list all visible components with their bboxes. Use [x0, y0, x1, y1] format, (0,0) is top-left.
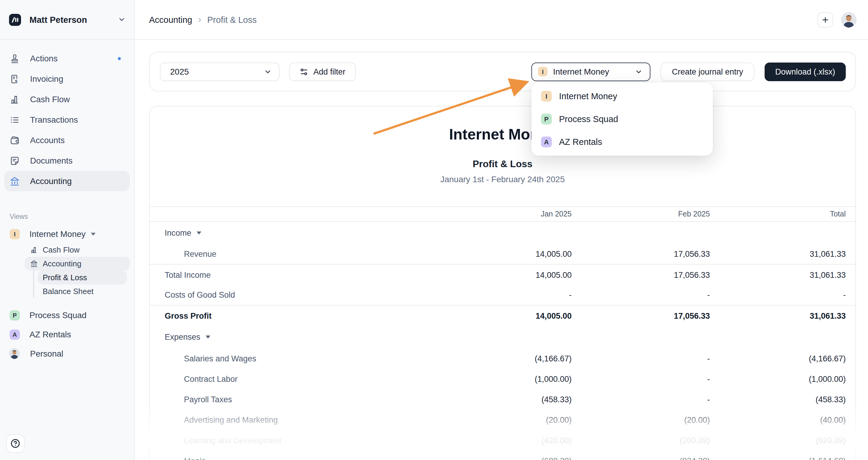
sidebar-item-transactions[interactable]: Transactions — [4, 110, 130, 130]
sidebar-item-documents[interactable]: Documents — [4, 150, 130, 171]
year-select[interactable]: 2025 — [160, 62, 280, 81]
cell-jan: (458.33) — [443, 395, 572, 404]
view-personal[interactable]: Personal — [4, 344, 130, 363]
help-button[interactable] — [6, 434, 25, 453]
report-row-expenses[interactable]: Expenses — [150, 326, 856, 348]
view-process-squad[interactable]: P Process Squad — [4, 306, 130, 324]
view-label: AZ Rentals — [29, 330, 71, 339]
cell-feb: (200.09) — [572, 436, 710, 445]
cell-jan: (20.00) — [443, 415, 572, 424]
report-title: Internet Money — [150, 124, 856, 144]
report-row-learning-and-development: Learning and Development(420.00)(200.09)… — [150, 430, 856, 450]
add-button[interactable] — [817, 12, 833, 27]
sidebar-item-label: Accounts — [30, 135, 121, 145]
caret-down-icon — [197, 232, 202, 235]
report-row-total-income: Total Income14,005.0017,056.3331,061.33 — [150, 265, 856, 285]
sidebar-item-label: Accounting — [30, 176, 121, 186]
breadcrumb: Accounting › Profit & Loss — [149, 15, 817, 24]
breadcrumb-profit-loss: Profit & Loss — [207, 15, 257, 24]
sidebar-item-accounts[interactable]: Accounts — [4, 130, 130, 150]
cell-feb: 17,056.33 — [572, 311, 710, 320]
bar-chart-icon — [30, 246, 38, 254]
view-label: Balance Sheet — [43, 287, 93, 296]
question-circle-icon — [10, 438, 21, 449]
add-filter-button[interactable]: Add filter — [289, 62, 356, 81]
report-row-costs-of-good-sold: Costs of Good Sold--- — [150, 285, 856, 305]
report-row-income[interactable]: Income — [150, 222, 856, 244]
cell-total: 31,061.33 — [710, 249, 846, 258]
cell-feb: - — [572, 354, 710, 363]
create-journal-entry-button[interactable]: Create journal entry — [661, 62, 754, 81]
sidebar: Matt Peterson Actions $ Invoicing Cash F… — [0, 0, 135, 460]
entity-selector-value: Internet Money — [553, 67, 635, 76]
user-avatar[interactable] — [841, 12, 857, 27]
sidebar-item-accounting[interactable]: Accounting — [4, 171, 130, 191]
sliders-icon — [300, 67, 309, 76]
chevron-down-icon — [118, 16, 126, 24]
cell-feb: (934.30) — [572, 456, 710, 460]
view-internet-money-cash-flow[interactable]: Cash Flow — [25, 243, 130, 257]
view-label: Internet Money — [29, 229, 86, 239]
cell-jan: 14,005.00 — [443, 270, 572, 279]
menu-item-az-rentals[interactable]: AAZ Rentals — [531, 130, 713, 153]
menu-item-label: Process Squad — [559, 114, 618, 124]
year-select-value: 2025 — [170, 67, 264, 76]
personal-avatar — [9, 348, 20, 359]
report-row-advertising-and-marketing: Advertising and Marketing(20.00)(20.00)(… — [150, 409, 856, 430]
column-header-feb: Feb 2025 — [572, 210, 710, 218]
cell-total: (4,166.67) — [710, 354, 846, 363]
entity-selector-button[interactable]: I Internet Money — [531, 62, 650, 81]
row-label: Costs of Good Sold — [165, 290, 443, 300]
cell-jan: (420.00) — [443, 436, 572, 445]
view-profit-loss[interactable]: Profit & Loss — [38, 271, 127, 284]
row-label: Total Income — [165, 270, 443, 279]
report-row-gross-profit: Gross Profit14,005.0017,056.3331,061.33 — [150, 305, 856, 326]
column-header-total: Total — [710, 210, 846, 218]
stamp-icon — [10, 53, 20, 63]
view-az-rentals[interactable]: A AZ Rentals — [4, 325, 130, 343]
sidebar-item-label: Transactions — [30, 115, 121, 124]
entity-badge: I — [541, 91, 552, 102]
workspace-switcher[interactable]: Matt Peterson — [0, 0, 134, 40]
row-label: Contract Labor — [165, 374, 443, 384]
cell-feb: - — [572, 290, 710, 300]
sidebar-item-actions[interactable]: Actions — [4, 48, 130, 68]
caret-down-icon — [91, 233, 96, 236]
view-internet-money[interactable]: I Internet Money — [4, 225, 130, 243]
row-label: Income — [165, 228, 443, 238]
tree-indent-line — [33, 270, 34, 298]
top-bar: Accounting › Profit & Loss — [135, 0, 868, 40]
view-balance-sheet[interactable]: Balance Sheet — [38, 284, 127, 298]
download-xlsx-button[interactable]: Download (.xlsx) — [765, 62, 846, 81]
cell-feb: 17,056.33 — [572, 249, 710, 258]
menu-item-process-squad[interactable]: PProcess Squad — [531, 108, 713, 130]
row-label: Learning and Development — [165, 436, 443, 445]
report-row-payroll-taxes: Payroll Taxes(458.33)-(458.33) — [150, 389, 856, 409]
cell-jan: (4,166.67) — [443, 354, 572, 363]
bar-chart-icon — [10, 94, 20, 104]
cell-total: (1,000.00) — [710, 374, 846, 384]
notification-dot — [118, 57, 121, 60]
cell-total: - — [710, 290, 846, 300]
cell-feb: (20.00) — [572, 415, 710, 424]
entity-dropdown-menu: IInternet MoneyPProcess SquadAAZ Rentals — [531, 82, 713, 156]
sidebar-item-invoicing[interactable]: $ Invoicing — [4, 68, 130, 89]
cell-jan: 14,005.00 — [443, 249, 572, 258]
report-row-contract-labor: Contract Labor(1,000.00)-(1,000.00) — [150, 369, 856, 389]
cell-jan: (1,000.00) — [443, 374, 572, 384]
sidebar-nav: Actions $ Invoicing Cash Flow Transactio… — [0, 40, 134, 191]
profit-loss-report-card: Internet Money Profit & Loss January 1st… — [149, 106, 856, 460]
cell-total: (620.09) — [710, 436, 846, 445]
wallet-icon — [10, 135, 20, 145]
cell-total: (40.00) — [710, 415, 846, 424]
breadcrumb-accounting[interactable]: Accounting — [149, 15, 192, 24]
sidebar-item-cash-flow[interactable]: Cash Flow — [4, 89, 130, 110]
view-internet-money-accounting[interactable]: Accounting — [25, 257, 130, 271]
bank-icon — [30, 260, 38, 268]
row-label: Advertising and Marketing — [165, 415, 443, 424]
view-label: Personal — [30, 349, 63, 358]
entity-badge: I — [538, 67, 548, 76]
report-row-revenue: Revenue14,005.0017,056.3331,061.33 — [150, 244, 856, 265]
menu-item-internet-money[interactable]: IInternet Money — [531, 85, 713, 108]
chevron-down-icon — [635, 68, 643, 75]
